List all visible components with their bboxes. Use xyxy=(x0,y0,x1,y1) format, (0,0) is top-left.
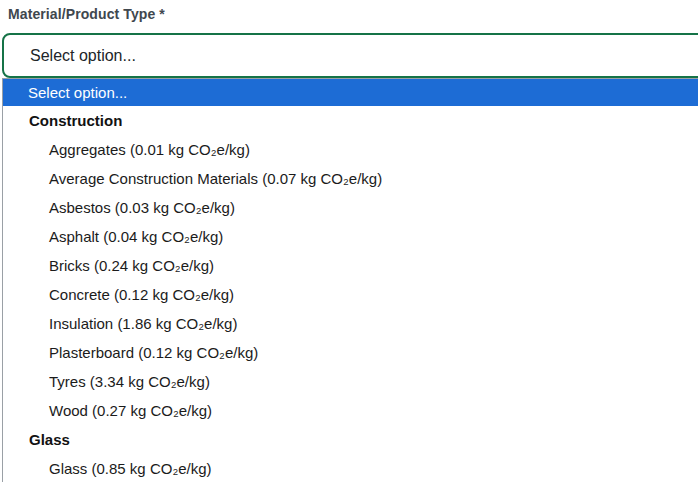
dropdown-group-label: Glass xyxy=(3,425,698,454)
dropdown-option[interactable]: Aggregates (0.01 kg CO₂e/kg) xyxy=(3,135,698,164)
form-page: Material/Product Type * Select option...… xyxy=(0,0,698,482)
dropdown-option[interactable]: Wood (0.27 kg CO₂e/kg) xyxy=(3,396,698,425)
dropdown-option[interactable]: Insulation (1.86 kg CO₂e/kg) xyxy=(3,309,698,338)
select-current-value: Select option... xyxy=(4,47,136,65)
select-dropdown-list: Select option... ConstructionAggregates … xyxy=(2,78,698,482)
dropdown-group-label: Construction xyxy=(3,106,698,135)
material-type-label: Material/Product Type * xyxy=(8,6,165,22)
dropdown-option[interactable]: Average Construction Materials (0.07 kg … xyxy=(3,164,698,193)
dropdown-option[interactable]: Tyres (3.34 kg CO₂e/kg) xyxy=(3,367,698,396)
material-type-select[interactable]: Select option... xyxy=(2,33,698,78)
dropdown-option[interactable]: Asphalt (0.04 kg CO₂e/kg) xyxy=(3,222,698,251)
dropdown-items-container: ConstructionAggregates (0.01 kg CO₂e/kg)… xyxy=(3,106,698,482)
dropdown-option[interactable]: Concrete (0.12 kg CO₂e/kg) xyxy=(3,280,698,309)
dropdown-option-placeholder[interactable]: Select option... xyxy=(3,79,698,106)
dropdown-option[interactable]: Glass (0.85 kg CO₂e/kg) xyxy=(3,454,698,482)
dropdown-option[interactable]: Asbestos (0.03 kg CO₂e/kg) xyxy=(3,193,698,222)
dropdown-option[interactable]: Bricks (0.24 kg CO₂e/kg) xyxy=(3,251,698,280)
dropdown-option[interactable]: Plasterboard (0.12 kg CO₂e/kg) xyxy=(3,338,698,367)
